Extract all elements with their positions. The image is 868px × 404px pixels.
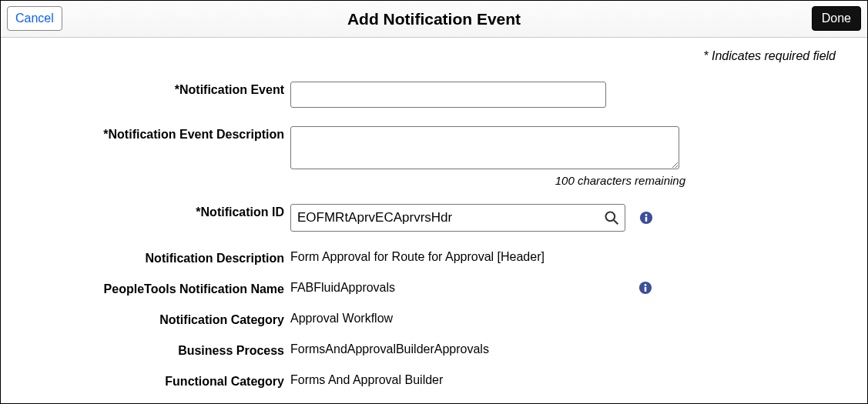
row-peopletools-name: PeopleTools Notification Name FABFluidAp… <box>32 278 836 296</box>
svg-rect-4 <box>645 217 648 222</box>
notification-event-input[interactable] <box>290 82 606 108</box>
form-content: * Indicates required field *Notification… <box>2 38 866 402</box>
svg-point-6 <box>645 284 647 286</box>
dialog-title: Add Notification Event <box>347 10 521 28</box>
label-notification-category: Notification Category <box>32 309 290 327</box>
content-scroll[interactable]: * Indicates required field *Notification… <box>2 38 866 402</box>
value-business-process: FormsAndApprovalBuilderApprovals <box>290 342 489 356</box>
done-button[interactable]: Done <box>812 6 861 31</box>
svg-point-3 <box>645 214 648 216</box>
row-notification-id: *Notification ID <box>32 201 836 232</box>
value-notification-description: Form Approval for Route for Approval [He… <box>290 250 545 264</box>
row-notification-event-desc: *Notification Event Description <box>32 123 836 169</box>
cancel-button[interactable]: Cancel <box>7 6 62 31</box>
notification-event-desc-textarea[interactable] <box>290 126 679 169</box>
svg-rect-7 <box>645 287 647 292</box>
value-notification-category: Approval Workflow <box>290 312 393 326</box>
label-notification-event-desc: *Notification Event Description <box>32 123 290 142</box>
label-notification-description: Notification Description <box>32 247 290 265</box>
info-icon[interactable] <box>638 281 652 295</box>
required-field-note: * Indicates required field <box>32 49 836 63</box>
label-functional-category: Functional Category <box>32 370 290 389</box>
row-notification-category: Notification Category Approval Workflow <box>32 309 836 327</box>
char-counter: 100 characters remaining <box>297 174 685 187</box>
lookup-icon[interactable] <box>604 210 619 225</box>
svg-line-1 <box>614 220 618 224</box>
row-notification-event: *Notification Event <box>32 78 836 108</box>
label-notification-id: *Notification ID <box>32 201 290 219</box>
label-notification-event: *Notification Event <box>32 78 290 97</box>
label-peopletools-name: PeopleTools Notification Name <box>32 278 290 296</box>
row-business-process: Business Process FormsAndApprovalBuilder… <box>32 339 836 358</box>
svg-point-0 <box>606 212 615 222</box>
row-notification-description: Notification Description Form Approval f… <box>32 247 836 265</box>
label-business-process: Business Process <box>32 339 290 358</box>
info-icon[interactable] <box>639 211 653 225</box>
notification-id-input[interactable] <box>290 204 625 232</box>
dialog-header: Cancel Add Notification Event Done <box>1 1 867 38</box>
row-functional-category: Functional Category Forms And Approval B… <box>32 370 836 389</box>
value-functional-category: Forms And Approval Builder <box>290 373 443 387</box>
value-peopletools-name: FABFluidApprovals <box>290 281 625 295</box>
